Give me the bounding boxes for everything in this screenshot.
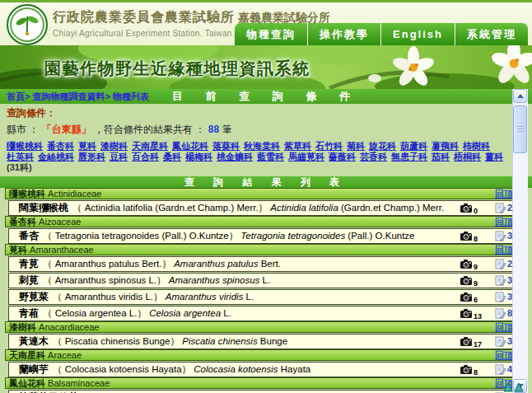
family-section-header: 莧科 Amaranthaceae回頂端 [5, 244, 512, 255]
species-latin: （ Amaranthus spinosus L.） Amaranthus spi… [43, 275, 270, 285]
family-link[interactable]: 漆樹科 [100, 141, 128, 151]
back-to-top-link[interactable]: 回頂端 [495, 322, 512, 332]
family-link[interactable]: 茄科 [432, 152, 450, 161]
family-link[interactable]: 菊科 [347, 141, 365, 151]
scrollbar[interactable] [512, 89, 528, 393]
species-name-link[interactable]: 刺莧 [19, 274, 39, 286]
camera-icon[interactable]: 17 [460, 337, 480, 348]
breadcrumb[interactable]: 首頁> 查詢物種調查資料> 物種列表 [7, 89, 149, 104]
current-query-bar: 首頁> 查詢物種調查資料> 物種列表 目 前 查 詢 條 件 [0, 89, 532, 104]
family-name-latin: Balsaminaceae [45, 378, 110, 388]
nav-item-english[interactable]: English [380, 23, 455, 45]
family-link[interactable]: 葫蘆科 [400, 141, 427, 151]
species-name-link[interactable]: 黃連木 [19, 335, 49, 347]
system-title: 園藝作物野生近緣種地理資訊系統 [44, 58, 310, 80]
species-latin: （ Actinidia latifolia (Gardn.et Champ.) … [72, 203, 444, 213]
family-link[interactable]: 金絲桃科 [38, 152, 74, 161]
county-value: 「台東縣」 [42, 124, 91, 135]
family-link[interactable]: 桃金孃科 [217, 152, 253, 161]
family-link[interactable]: 秋海棠科 [244, 141, 280, 151]
scroll-to-top-button[interactable] [502, 380, 525, 393]
camera-icon[interactable]: 8 [460, 232, 480, 242]
photo-count: 8 [474, 369, 478, 377]
family-section-header: 獼猴桃科 Actinidiaceae回頂端 [5, 188, 512, 199]
species-latin: （ Amaranthus viridis L.） Amaranthus viri… [53, 292, 254, 302]
species-row: 番杏（ Tetragonia tetragonoides (Pall.) O.K… [8, 228, 512, 244]
species-row: 野莧菜（ Amaranthus viridis L.） Amaranthus v… [8, 289, 512, 305]
family-link[interactable]: 桑科 [163, 152, 181, 161]
camera-icon[interactable]: 9 [460, 276, 480, 287]
scrollbar-grip-icon [517, 126, 524, 133]
family-link[interactable]: 藍雪科 [257, 152, 284, 161]
family-section-header: 番杏科 Aizoaceae回頂端 [5, 216, 512, 227]
record-icon[interactable] [495, 292, 506, 306]
photo-count: 8 [474, 236, 478, 243]
scrollbar-up-button[interactable] [513, 89, 527, 103]
family-link[interactable]: 莧科 [78, 141, 96, 151]
nav-item-species-query[interactable]: 物種查詢 [235, 23, 307, 45]
nav-item-system-admin[interactable]: 系統管理 [455, 23, 528, 45]
family-name-zh: 獼猴桃科 [9, 189, 45, 199]
species-row: 刺莧（ Amaranthus spinosus L.） Amaranthus s… [8, 273, 512, 288]
back-to-top-link[interactable]: 回頂端 [495, 245, 512, 255]
family-link[interactable]: 旋花科 [369, 141, 396, 151]
family-link[interactable]: 薯蕷科 [432, 141, 459, 151]
species-row: 青莧（ Amaranthus patulus Bert.） Amaranthus… [8, 256, 512, 272]
species-latin: （ Amaranthus patulus Bert.） Amaranthus p… [43, 259, 281, 269]
back-to-top-link[interactable]: 回頂端 [495, 350, 512, 360]
family-link[interactable]: 豆科 [110, 152, 128, 161]
camera-icon[interactable]: 13 [460, 309, 480, 320]
photo-count: 13 [474, 313, 482, 320]
family-link[interactable]: 薑科 [485, 152, 503, 161]
family-section-header: 天南星科 Araceae回頂端 [5, 349, 512, 361]
family-link[interactable]: 番杏科 [47, 141, 74, 151]
family-link[interactable]: 芸香科 [360, 152, 387, 161]
family-link[interactable]: 唇形科 [78, 152, 105, 161]
back-to-top-link[interactable]: 回頂端 [495, 217, 512, 227]
family-link[interactable]: 馬齒莧科 [288, 152, 324, 161]
species-name-link[interactable]: 青莧 [19, 258, 39, 269]
species-name-link[interactable]: 闊葉獼猴桃 [19, 202, 68, 213]
family-name-latin: Anacardiaceae [36, 322, 99, 332]
family-link[interactable]: 天南星科 [132, 141, 168, 151]
nav-item-tutorial[interactable]: 操作教學 [307, 23, 380, 45]
camera-icon[interactable]: 6 [460, 292, 480, 303]
species-name-link[interactable]: 蘭嶼芋 [19, 363, 49, 375]
content-region: 首頁> 查詢物種調查資料> 物種列表 目 前 查 詢 條 件 查詢條件： 縣市 … [0, 89, 532, 393]
family-link[interactable]: 鳳仙花科 [172, 141, 208, 151]
family-link[interactable]: 杜英科 [7, 152, 34, 161]
camera-icon[interactable]: 9 [460, 260, 480, 270]
species-row: 黃連木（ Piscatia chinensis Bunge） Piscatia … [8, 334, 512, 349]
family-link[interactable]: 落葵科 [212, 141, 240, 151]
family-link[interactable]: 楊梅科 [185, 152, 212, 161]
family-name-latin: Actinidiaceae [45, 189, 102, 199]
query-conditions: 查詢條件： 縣市 ： 「台東縣」 ，符合條件的結果共有 ： 88 筆 獼猴桃科番… [0, 104, 532, 173]
family-link[interactable]: 紫草科 [284, 141, 311, 151]
family-link[interactable]: 柿樹科 [463, 141, 490, 151]
species-name-link[interactable]: 野莧菜 [19, 291, 49, 302]
photo-count: 9 [474, 264, 478, 271]
query-conditions-label: 查詢條件： [7, 106, 525, 120]
family-link[interactable]: 百合科 [132, 152, 159, 161]
species-row: 闊葉獼猴桃（ Actinidia latifolia (Gardn.et Cha… [8, 200, 512, 216]
back-to-top-link[interactable]: 回頂端 [495, 189, 512, 199]
photo-count: 9 [474, 280, 478, 288]
family-link[interactable]: 薔薇科 [329, 152, 356, 161]
family-link[interactable]: 石竹科 [315, 141, 343, 151]
family-name-zh: 天南星科 [9, 350, 45, 360]
family-name-latin: Aizoaceae [36, 217, 81, 227]
family-link[interactable]: 梧桐科 [454, 152, 481, 161]
record-icon[interactable] [495, 259, 506, 274]
family-link[interactable]: 無患子科 [391, 152, 427, 161]
scrollbar-thumb[interactable] [513, 105, 527, 153]
species-name-link[interactable]: 番杏 [19, 230, 39, 241]
camera-icon[interactable]: 0 [460, 204, 480, 214]
results-table: 獼猴桃科 Actinidiaceae回頂端闊葉獼猴桃（ Actinidia la… [5, 188, 512, 393]
family-link[interactable]: 獼猴桃科 [7, 141, 43, 151]
camera-icon[interactable]: 8 [460, 365, 480, 376]
photo-count: 6 [474, 297, 478, 304]
banner: 園藝作物野生近緣種地理資訊系統 [0, 45, 532, 89]
species-latin: （ Celosia argentea L.） Celosia argentea … [43, 308, 231, 318]
species-name-link[interactable]: 青葙 [19, 307, 39, 319]
record-icon[interactable] [495, 275, 506, 290]
